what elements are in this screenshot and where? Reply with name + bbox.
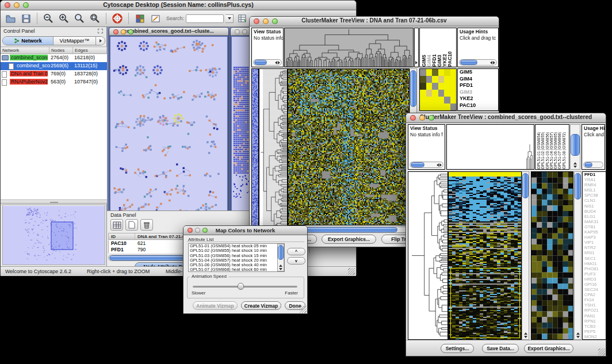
network-list-item[interactable]: RNAPuberNov2+563(0)107847(0) [1, 78, 107, 86]
animate-vizmap-button[interactable]: Animate Vizmap [193, 301, 238, 310]
view-status-hscrollbar[interactable] [253, 59, 282, 66]
row-dendrogram[interactable] [408, 172, 448, 339]
animation-speed-slider[interactable] [193, 286, 297, 288]
gene-label[interactable]: PEP5 [584, 329, 606, 334]
close-icon[interactable] [5, 2, 10, 8]
gene-label[interactable]: ELG1 [584, 214, 606, 219]
open-file-icon[interactable] [3, 12, 17, 25]
treeview-dna-titlebar[interactable]: ClusterMaker TreeView : DNA and Tran 07-… [250, 17, 499, 26]
search-dropdown-icon[interactable] [225, 14, 234, 23]
zoom-window-icon[interactable] [23, 2, 29, 8]
network-view-canvas[interactable] [110, 37, 228, 210]
close-icon[interactable] [235, 29, 240, 35]
gene-label[interactable]: KAP95 [584, 229, 606, 235]
zoom-window-icon[interactable] [429, 115, 434, 121]
close-icon[interactable] [188, 228, 193, 233]
close-icon[interactable] [113, 29, 118, 35]
gene-label[interactable]: NTR2 [584, 245, 606, 250]
minimize-icon[interactable] [242, 29, 247, 35]
resize-grip[interactable] [348, 268, 355, 275]
minimize-icon[interactable] [419, 115, 425, 121]
column-labels-vscrollbar[interactable] [570, 124, 580, 170]
gene-label[interactable]: SEC24 [584, 287, 606, 292]
view-status-hscrollbar[interactable] [410, 162, 443, 168]
col-id[interactable]: ID [109, 233, 135, 239]
column-dendrogram[interactable] [447, 125, 534, 169]
gene-label[interactable]: PAN1 [584, 313, 606, 319]
network-list-header[interactable]: Network Nodes Edges [1, 47, 107, 54]
zoom-fit-icon[interactable] [88, 12, 102, 25]
gene-label[interactable]: CPA2 [584, 292, 606, 297]
row-dendrogram[interactable] [259, 69, 288, 236]
gene-label[interactable]: PHO81 [584, 266, 606, 271]
save-data-button[interactable]: Save Data... [482, 344, 519, 353]
panel-divider[interactable] [1, 200, 107, 204]
zoom-in-icon[interactable] [57, 12, 71, 25]
export-graphics-button[interactable]: Export Graphics... [524, 344, 573, 353]
minimize-icon[interactable] [121, 29, 126, 35]
close-icon[interactable] [254, 18, 259, 24]
gene-label[interactable]: GIM3 [460, 89, 498, 96]
global-overview-canvas[interactable] [252, 69, 259, 236]
gene-label[interactable]: YRA1 [584, 177, 606, 182]
save-icon[interactable] [19, 12, 33, 25]
global-overview-strip[interactable] [251, 68, 259, 236]
minimize-icon[interactable] [14, 2, 20, 8]
zoom-window-icon[interactable] [128, 29, 133, 35]
treeview-combined-titlebar[interactable]: ClusterMaker TreeView : combined_scores_… [406, 113, 606, 123]
network-list-item[interactable]: combined_scores2764(0)16218(0) [1, 54, 107, 62]
combined-heatmap-vscrollbar[interactable] [522, 171, 529, 340]
zoom-window-icon[interactable] [202, 228, 208, 233]
settings-button[interactable]: Settings... [441, 344, 474, 353]
move-up-button[interactable]: ^ [287, 248, 305, 255]
combined-heatmap[interactable] [449, 172, 522, 339]
vizmapper-grid-icon[interactable] [133, 12, 147, 25]
dialog-titlebar[interactable]: Map Colors to Network [183, 226, 307, 235]
zoom-window-icon[interactable] [272, 18, 278, 24]
col-network[interactable]: Network [1, 47, 49, 53]
gene-label[interactable]: PFD1 [460, 82, 498, 89]
gene-label[interactable]: GPI16 [584, 282, 606, 287]
column-dendrogram[interactable] [285, 28, 413, 67]
splitter-strip[interactable] [414, 28, 419, 67]
help-ring-icon[interactable] [110, 12, 124, 25]
resize-grip[interactable] [300, 306, 307, 313]
mini-heatmap[interactable] [420, 69, 457, 111]
usage-hints-hscrollbar[interactable] [583, 162, 603, 168]
search-input[interactable] [186, 14, 224, 23]
usage-hints-hscrollbar[interactable] [459, 59, 497, 66]
gene-label[interactable]: MAK31 [584, 219, 606, 224]
cytoscape-titlebar[interactable]: Cytoscape Desktop (Session Name: collins… [1, 1, 356, 10]
gene-label[interactable]: YSH1 [584, 302, 606, 308]
gene-label[interactable]: MSI1 [584, 250, 606, 255]
minimize-icon[interactable] [195, 228, 200, 233]
gene-label[interactable]: RPN1 [584, 319, 606, 324]
network-view-titlebar[interactable]: combined_scores_good.txt--cluste... [109, 28, 228, 36]
attribute-item[interactable]: GPL51-07 (GSM868) heat shock 60 min [189, 267, 284, 272]
zoom-heatmap[interactable] [531, 172, 573, 339]
tab-overflow-icon[interactable] [96, 37, 105, 45]
export-graphics-button[interactable]: Export Graphics... [322, 235, 376, 244]
table-view-icon[interactable] [110, 219, 123, 231]
import-table-icon[interactable] [235, 12, 249, 25]
slider-thumb[interactable] [238, 283, 244, 290]
tab-network[interactable]: Network [3, 37, 53, 45]
gene-label[interactable]: MSL1 [584, 187, 606, 193]
network-list-item[interactable]: combined_sco2569(6)13112(15) [1, 62, 107, 70]
gene-label[interactable]: CLN1 [584, 198, 606, 203]
annotation-icon[interactable] [148, 12, 162, 25]
gene-list-vscrollbar[interactable] [574, 171, 582, 340]
tab-vizmapper[interactable]: VizMapper™ [53, 37, 96, 45]
gene-label[interactable]: PFD1 [584, 172, 606, 177]
zoom-out-icon[interactable] [41, 12, 55, 25]
new-attribute-icon[interactable] [125, 219, 138, 231]
gene-label[interactable]: SPC98 [584, 193, 606, 198]
gene-label[interactable]: MON2 [584, 334, 606, 339]
create-vizmap-button[interactable]: Create Vizmap [241, 301, 281, 310]
move-down-button[interactable]: v [287, 257, 305, 265]
network-list-item[interactable]: DNA and Tran 07769(0)183728(0) [1, 70, 107, 78]
delete-attribute-icon[interactable] [140, 219, 153, 231]
gene-label[interactable]: GIM5 [460, 69, 498, 76]
gene-label[interactable]: HAP3 [584, 235, 606, 240]
gene-label[interactable]: FIG4 [584, 297, 606, 302]
